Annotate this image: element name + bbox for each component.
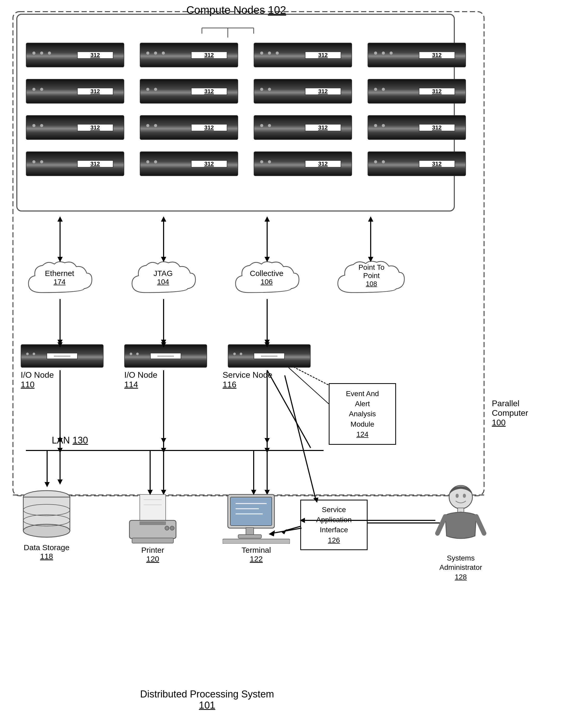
- svg-marker-94: [161, 448, 166, 453]
- service-app-interface-box: ServiceApplicationInterface 126: [300, 500, 367, 550]
- distributed-system-label: Distributed Processing System 101: [103, 689, 311, 711]
- event-alert-box: Event AndAlertAnalysisModule 124: [329, 383, 396, 445]
- server-rack: 312: [367, 152, 466, 176]
- cloud-jtag: JTAG 104: [124, 259, 202, 300]
- svg-marker-82: [368, 216, 373, 222]
- server-rack: 312: [254, 115, 352, 140]
- server-rack: 312: [254, 152, 352, 176]
- svg-marker-11: [161, 216, 166, 222]
- svg-point-56: [170, 526, 174, 530]
- io-node-110-label: I/O Node 110: [21, 370, 54, 390]
- svg-marker-79: [265, 216, 270, 222]
- svg-point-67: [456, 494, 459, 498]
- data-storage: Data Storage 118: [21, 484, 72, 561]
- server-rack: 312: [367, 115, 466, 140]
- systems-administrator: Systems Administrator 128: [435, 484, 487, 582]
- svg-rect-54: [140, 522, 166, 525]
- svg-marker-73: [57, 216, 63, 222]
- svg-line-39: [267, 370, 311, 448]
- service-node-116: ─────: [228, 344, 311, 368]
- lan-label: LAN 130: [52, 435, 88, 446]
- compute-nodes-label: Compute Nodes 102: [186, 4, 286, 16]
- io-node-110: ─────: [21, 344, 103, 368]
- server-rack: 312: [367, 43, 466, 67]
- server-rack: 312: [254, 79, 352, 103]
- svg-point-68: [463, 494, 466, 498]
- io-node-114: ─────: [124, 344, 207, 368]
- svg-marker-17: [368, 216, 373, 222]
- printer: Printer 120: [124, 492, 181, 563]
- svg-marker-8: [57, 216, 63, 222]
- svg-rect-65: [223, 539, 290, 544]
- svg-rect-64: [238, 535, 261, 538]
- server-rack: 312: [140, 115, 238, 140]
- server-rack: 312: [254, 43, 352, 67]
- cloud-ethernet: Ethernet 174: [21, 259, 98, 300]
- svg-marker-96: [265, 448, 270, 453]
- svg-line-107: [285, 376, 316, 500]
- cloud-collective: Collective 106: [228, 259, 305, 300]
- server-rack: 312: [140, 152, 238, 176]
- svg-line-109: [289, 368, 329, 404]
- svg-rect-59: [230, 497, 272, 525]
- io-node-114-label: I/O Node 114: [124, 370, 158, 390]
- server-rack: 312: [26, 43, 124, 67]
- svg-marker-31: [265, 438, 270, 443]
- server-rack: 312: [367, 79, 466, 103]
- svg-marker-29: [161, 438, 166, 443]
- svg-marker-34: [57, 479, 63, 485]
- svg-point-55: [165, 526, 169, 530]
- svg-marker-23: [161, 340, 166, 345]
- svg-marker-25: [265, 340, 270, 345]
- server-rack: 312: [140, 43, 238, 67]
- parallel-computer-label: Parallel Computer 100: [492, 399, 528, 428]
- svg-marker-20: [57, 340, 63, 345]
- terminal: Terminal 122: [223, 492, 290, 563]
- cloud-p2p: Point To Point 108: [331, 259, 411, 300]
- server-rack: 312: [26, 152, 124, 176]
- svg-line-70: [438, 516, 445, 533]
- svg-rect-63: [246, 528, 254, 535]
- server-rack: 312: [140, 79, 238, 103]
- svg-rect-57: [132, 538, 174, 543]
- svg-line-71: [476, 516, 484, 533]
- svg-marker-14: [265, 216, 270, 222]
- svg-marker-76: [161, 216, 166, 222]
- service-node-116-label: Service Node 116: [223, 370, 272, 390]
- server-rack: 312: [26, 79, 124, 103]
- svg-marker-92: [57, 448, 63, 453]
- server-rack: 312: [26, 115, 124, 140]
- page-container: Compute Nodes 102 312 312 31: [0, 0, 570, 728]
